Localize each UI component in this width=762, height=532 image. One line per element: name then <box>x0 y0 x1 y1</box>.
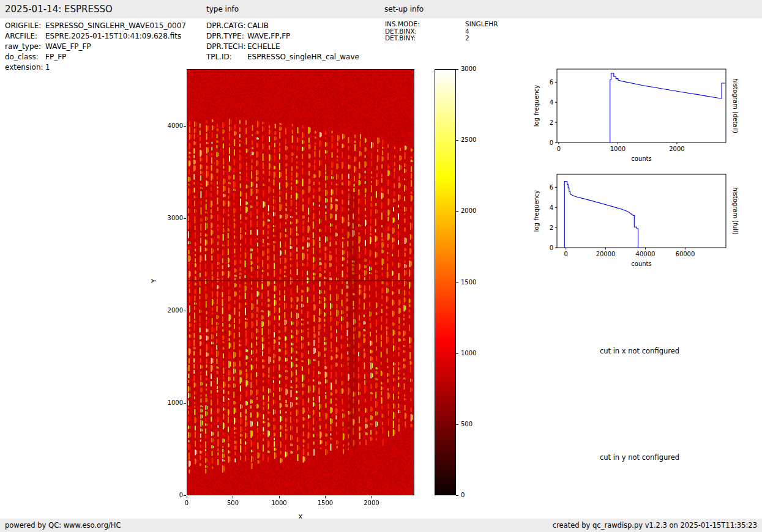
colorbar <box>435 69 456 495</box>
meta-key: DPR.TYPE: <box>206 31 247 42</box>
x-tick-label: 0 <box>557 146 561 152</box>
tick-mark <box>279 496 280 498</box>
tick-label: 2000 <box>159 307 183 314</box>
meta-key: ORIGFILE: <box>5 21 45 31</box>
y-tick-label: 4 <box>550 99 553 106</box>
tick-label: 3000 <box>461 65 488 72</box>
hist-line <box>564 182 638 248</box>
tick-mark <box>325 496 326 498</box>
hist-line <box>610 73 725 142</box>
plot-frame <box>557 69 726 142</box>
y-tick-label: 0 <box>550 139 553 146</box>
tick-mark <box>233 496 233 498</box>
tick-mark <box>184 495 186 496</box>
tick-label: 2000 <box>359 500 384 506</box>
raw-frame-image <box>187 70 414 495</box>
header-bar: 2025-01-14: ESPRESSO type info set-up in… <box>0 0 762 18</box>
meta-value: ECHELLE <box>247 42 280 52</box>
meta-value: FP_FP <box>45 52 66 62</box>
footer-powered-by: powered by QC: www.eso.org/HC <box>5 519 121 532</box>
footer-created-by: created by qc_rawdisp.py v1.2.3 on 2025-… <box>553 519 757 532</box>
main-plot-ylabel: Y <box>150 279 158 283</box>
y-tick-label: 6 <box>550 79 553 86</box>
y-tick-label: 2 <box>550 224 553 231</box>
tick-mark <box>456 283 458 283</box>
tick-mark <box>184 126 186 127</box>
tick-mark <box>184 311 186 311</box>
type-info-label: type info <box>206 0 239 18</box>
meta-row: DET.BINY:2 <box>385 35 498 42</box>
tick-label: 1000 <box>159 399 183 406</box>
tick-mark <box>456 140 458 141</box>
tick-label: 500 <box>220 500 245 506</box>
tick-label: 2000 <box>461 207 488 214</box>
meta-key: DPR.CATG: <box>206 21 247 31</box>
hist-right-label: histogram (detail) <box>732 78 739 133</box>
meta-value: SINGLEHR <box>465 21 498 28</box>
tick-label: 3000 <box>159 215 183 221</box>
tick-label: 0 <box>174 500 199 506</box>
tick-label: 0 <box>159 492 183 498</box>
x-tick-label: 2000 <box>669 146 684 152</box>
tick-mark <box>456 211 458 212</box>
hist-ylabel: log frequency <box>533 85 540 127</box>
meta-key: raw_type: <box>5 42 45 52</box>
setup-info-label: set-up info <box>384 0 424 18</box>
page-title: 2025-01-14: ESPRESSO <box>5 0 113 18</box>
tick-label: 4000 <box>159 122 183 129</box>
x-tick-label: 0 <box>564 251 567 257</box>
tick-mark <box>187 496 187 498</box>
meta-row: DPR.CATG:CALIB <box>206 21 359 31</box>
metadata-setup-column: INS.MODE:SINGLEHRDET.BINX:4DET.BINY:2 <box>385 21 498 42</box>
meta-value: 2 <box>465 35 469 42</box>
tick-mark <box>456 69 458 70</box>
tick-mark <box>456 353 458 354</box>
hist-xlabel: counts <box>631 260 651 267</box>
tick-label: 0 <box>461 492 488 498</box>
meta-row: extension:1 <box>5 62 186 73</box>
cut-y-note: cut in y not configured <box>563 453 716 462</box>
meta-value: 1 <box>45 62 50 73</box>
y-tick-label: 2 <box>550 119 553 126</box>
hist-right-label: histogram (full) <box>732 187 739 234</box>
meta-value: ESPRESSO_SINGLEHR_WAVE015_0007 <box>45 21 186 31</box>
meta-key: extension: <box>5 62 45 73</box>
meta-row: ORIGFILE:ESPRESSO_SINGLEHR_WAVE015_0007 <box>5 21 186 31</box>
meta-row: DPR.TECH:ECHELLE <box>206 42 359 52</box>
meta-row: INS.MODE:SINGLEHR <box>385 21 498 28</box>
raw-frame-plot <box>187 69 414 495</box>
hist-ylabel: log frequency <box>533 190 540 232</box>
footer-bar: powered by QC: www.eso.org/HC created by… <box>0 519 762 532</box>
meta-key: do_class: <box>5 52 45 62</box>
tick-label: 500 <box>461 421 488 427</box>
tick-mark <box>184 218 186 219</box>
tick-label: 1000 <box>267 500 291 506</box>
x-tick-label: 40000 <box>636 251 656 257</box>
histogram-detail-plot: 0100020000246countslog frequencyhistogra… <box>531 64 739 168</box>
meta-row: do_class:FP_FP <box>5 52 186 62</box>
meta-key: INS.MODE: <box>385 21 465 28</box>
tick-mark <box>372 496 372 498</box>
meta-key: TPL.ID: <box>206 52 247 62</box>
meta-row: ARCFILE:ESPRE.2025-01-15T10:41:09.628.fi… <box>5 31 186 42</box>
x-tick-label: 20000 <box>596 251 616 257</box>
tick-label: 1000 <box>461 350 488 357</box>
meta-row: TPL.ID:ESPRESSO_singleHR_cal_wave <box>206 52 359 62</box>
cut-x-note: cut in x not configured <box>563 347 716 355</box>
histogram-full-plot: 02000040000600000246countslog frequencyh… <box>531 169 739 273</box>
tick-mark <box>456 424 458 425</box>
y-tick-label: 6 <box>550 184 553 191</box>
meta-row: raw_type:WAVE_FP_FP <box>5 42 186 52</box>
meta-key: DET.BINY: <box>385 35 465 42</box>
x-tick-label: 1000 <box>610 146 626 152</box>
tick-mark <box>184 403 186 404</box>
meta-value: ESPRESSO_singleHR_cal_wave <box>247 52 359 62</box>
hist-xlabel: counts <box>631 155 651 162</box>
meta-value: WAVE_FP_FP <box>45 42 91 52</box>
y-tick-label: 0 <box>550 245 553 251</box>
meta-value: WAVE,FP,FP <box>247 31 290 42</box>
tick-mark <box>456 495 458 496</box>
meta-value: CALIB <box>247 21 269 31</box>
tick-label: 2500 <box>461 136 488 143</box>
y-tick-label: 4 <box>550 204 553 211</box>
